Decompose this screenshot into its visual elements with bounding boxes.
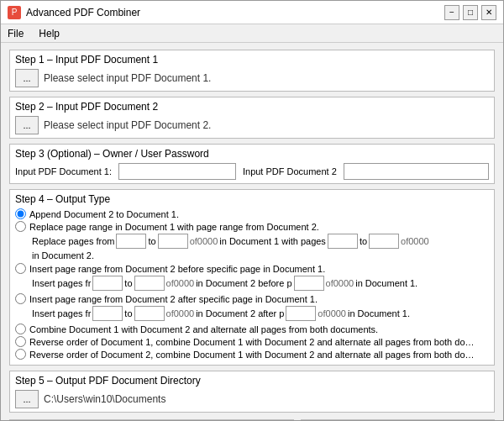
minimize-button[interactable]: − — [444, 5, 459, 20]
replace-to: to — [148, 236, 155, 246]
step4-radio3[interactable] — [15, 263, 26, 274]
step2-label: Step 2 – Input PDF Document 2 — [15, 101, 489, 113]
step4-option2-label: Replace page range in Document 1 with pa… — [29, 222, 319, 232]
step4-option3-sub: Insert pages fr to of0000 in Document 2 … — [32, 276, 489, 291]
close-button[interactable]: ✕ — [481, 5, 496, 20]
step1-section: Step 1 – Input PDF Document 1 ... Please… — [9, 50, 495, 92]
step4-radio6[interactable] — [15, 336, 26, 347]
step5-section: Step 5 – Output PDF Document Directory .… — [9, 371, 495, 413]
step4-option2-row: Replace page range in Document 1 with pa… — [15, 221, 489, 232]
insert-after-of1: of0000 — [166, 308, 195, 318]
insert-after-from-input[interactable] — [92, 306, 123, 321]
step4-option7-label: Reverse order of Document 2, combine Doc… — [29, 350, 475, 360]
step4-radio7[interactable] — [15, 349, 26, 360]
replace-of1: of0000 — [190, 236, 218, 246]
step5-row: ... C:\Users\win10\Documents — [15, 390, 489, 408]
step7-section: Step 7 – Combine Input PDF Documents Com… — [301, 419, 495, 420]
step2-path: Please select input PDF Document 2. — [44, 119, 211, 131]
replace-from-input[interactable] — [116, 234, 146, 249]
maximize-button[interactable]: □ — [463, 5, 478, 20]
step4-option3-row: Insert page range from Document 2 before… — [15, 263, 489, 274]
main-window: P Advanced PDF Combiner − □ ✕ File Help … — [0, 0, 504, 421]
step4-radio1[interactable] — [15, 208, 26, 219]
replace-in-doc1: in Document 1 with pages — [219, 236, 326, 246]
replace-to2: to — [360, 236, 367, 246]
insert-before-to: to — [124, 278, 132, 288]
step4-option3-label: Insert page range from Document 2 before… — [29, 264, 325, 274]
step5-label: Step 5 – Output PDF Document Directory — [15, 375, 489, 387]
step1-row: ... Please select input PDF Document 1. — [15, 69, 489, 87]
step4-radio5[interactable] — [15, 324, 26, 334]
step1-path: Please select input PDF Document 1. — [44, 72, 211, 84]
step4-option1-label: Append Document 2 to Document 1. — [29, 209, 179, 219]
insert-after-in-doc2: in Document 2 after p — [196, 308, 284, 318]
step1-label: Step 1 – Input PDF Document 1 — [15, 54, 489, 66]
insert-before-to-input[interactable] — [134, 276, 165, 291]
app-icon: P — [8, 6, 21, 19]
step4-option5-row: Combine Document 1 with Document 2 and a… — [15, 324, 489, 334]
step4-option4-sub: Insert pages fr to of0000 in Document 2 … — [32, 306, 489, 321]
step6-section: Step 6 (Optional) – Output PDF Document … — [9, 419, 294, 420]
step4-radio2[interactable] — [15, 221, 26, 232]
window-title: Advanced PDF Combiner — [26, 7, 140, 18]
step3-doc1-label: Input PDF Document 1: — [15, 166, 112, 176]
step3-password-row: Input PDF Document 1: Input PDF Document… — [15, 163, 489, 180]
replace-pages-from-input[interactable] — [328, 234, 358, 249]
menu-bar: File Help — [1, 24, 503, 43]
insert-after-to: to — [124, 308, 132, 318]
insert-before-in-doc1: in Document 1. — [355, 278, 417, 288]
insert-after-prefix: Insert pages fr — [32, 308, 91, 318]
step2-section: Step 2 – Input PDF Document 2 ... Please… — [9, 97, 495, 139]
step1-browse-button[interactable]: ... — [15, 69, 39, 87]
help-menu[interactable]: Help — [35, 27, 63, 40]
replace-of2: of0000 — [401, 236, 429, 246]
title-bar: P Advanced PDF Combiner − □ ✕ — [1, 1, 503, 24]
bottom-section: Step 6 (Optional) – Output PDF Document … — [9, 419, 495, 420]
insert-before-of1: of0000 — [166, 278, 195, 288]
replace-pages-to-input[interactable] — [369, 234, 399, 249]
replace-in-doc2: in Document 2. — [32, 250, 94, 260]
step4-option4-row: Insert page range from Document 2 after … — [15, 293, 489, 304]
step4-option4-label: Insert page range from Document 2 after … — [29, 294, 318, 304]
replace-to-input[interactable] — [158, 234, 188, 249]
insert-before-from-input[interactable] — [92, 276, 123, 291]
step3-label: Step 3 (Optional) – Owner / User Passwor… — [15, 148, 489, 160]
insert-before-prefix: Insert pages fr — [32, 278, 91, 288]
insert-after-to-input[interactable] — [134, 306, 165, 321]
insert-after-in-doc1: in Document 1. — [348, 308, 410, 318]
insert-before-in-doc2: in Document 2 before p — [196, 278, 291, 288]
step4-option7-row: Reverse order of Document 2, combine Doc… — [15, 349, 489, 360]
step2-browse-button[interactable]: ... — [15, 116, 39, 134]
step3-section: Step 3 (Optional) – Owner / User Passwor… — [9, 144, 495, 184]
step3-doc2-input[interactable] — [344, 163, 489, 180]
replace-prefix: Replace pages from — [32, 236, 114, 246]
step4-option1-row: Append Document 2 to Document 1. — [15, 208, 489, 219]
insert-after-of2: of0000 — [318, 308, 346, 318]
insert-before-page-input[interactable] — [294, 276, 324, 291]
step5-path: C:\Users\win10\Documents — [44, 393, 165, 405]
step3-doc2-label: Input PDF Document 2 — [243, 166, 337, 176]
step3-doc1-input[interactable] — [118, 163, 236, 180]
step4-label: Step 4 – Output Type — [15, 193, 489, 205]
step2-row: ... Please select input PDF Document 2. — [15, 116, 489, 134]
step4-option6-row: Reverse order of Document 1, combine Doc… — [15, 336, 489, 347]
step4-radio4[interactable] — [15, 293, 26, 304]
file-menu[interactable]: File — [4, 27, 27, 40]
insert-before-of2: of0000 — [326, 278, 354, 288]
step4-option2-sub: Replace pages from to of0000 in Document… — [32, 234, 489, 260]
content-area: Step 1 – Input PDF Document 1 ... Please… — [1, 43, 503, 420]
step4-option6-label: Reverse order of Document 1, combine Doc… — [29, 337, 475, 347]
step4-option5-label: Combine Document 1 with Document 2 and a… — [29, 324, 378, 334]
title-bar-left: P Advanced PDF Combiner — [8, 6, 140, 19]
window-controls: − □ ✕ — [444, 5, 496, 20]
step5-browse-button[interactable]: ... — [15, 390, 39, 408]
step4-section: Step 4 – Output Type Append Document 2 t… — [9, 189, 495, 366]
insert-after-page-input[interactable] — [286, 306, 316, 321]
